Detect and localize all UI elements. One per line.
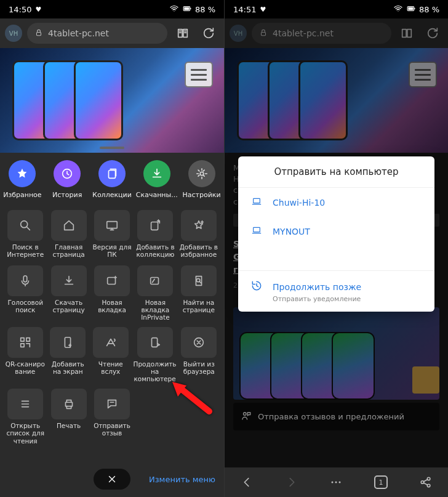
grid-add-homescreen[interactable]: Добавить на экран	[47, 323, 90, 385]
nav-back[interactable]	[234, 470, 259, 495]
svg-rect-16	[20, 344, 24, 347]
sheet-footer: Изменить меню	[0, 465, 224, 493]
battery-icon	[182, 4, 193, 15]
dialog-device-mynout[interactable]: MYNOUT	[238, 217, 434, 246]
download-page-icon	[51, 265, 87, 296]
grid-print[interactable]: Печать	[47, 385, 90, 446]
edit-menu-link[interactable]: Изменить меню	[149, 475, 215, 484]
svg-rect-9	[151, 222, 158, 230]
svg-point-30	[339, 482, 341, 483]
grid-find-web[interactable]: Поиск в Интернете	[4, 206, 47, 262]
star-icon	[9, 160, 36, 187]
svg-rect-2	[190, 7, 191, 9]
grid-find-in-page[interactable]: Найти на странице	[177, 262, 220, 323]
refresh-icon[interactable]	[422, 23, 443, 44]
grid-send-feedback[interactable]: Отправить отзыв	[90, 385, 134, 446]
sheet-handle[interactable]	[100, 147, 124, 149]
browser-bar: VH 4tablet-pc.net	[225, 18, 448, 48]
close-button[interactable]	[94, 469, 130, 490]
status-battery: 88 %	[195, 5, 215, 14]
svg-rect-12	[151, 278, 159, 285]
collection-add-icon	[137, 210, 173, 241]
collections-icon	[98, 160, 126, 187]
svg-rect-15	[26, 338, 30, 342]
svg-point-29	[335, 482, 337, 483]
history-icon	[54, 160, 81, 187]
nav-tabs[interactable]: 1	[369, 470, 393, 495]
gear-icon	[188, 160, 215, 187]
dialog-later-sub: Отправить уведомление	[273, 295, 361, 303]
grid-add-collection[interactable]: Добавить в коллекцию	[134, 206, 177, 262]
heart-icon: ♥	[260, 6, 266, 14]
menu-sheet: Избранное История Коллекции Скачанны... …	[0, 153, 224, 497]
url-text: 4tablet-pc.net	[273, 28, 334, 38]
reader-icon[interactable]	[172, 23, 193, 44]
grid-new-tab[interactable]: Новая вкладка	[90, 262, 134, 323]
status-time: 14:50	[9, 5, 31, 14]
dialog-device-chuwi[interactable]: Chuwi-Hi-10	[238, 188, 434, 217]
grid-qr-scan[interactable]: QR-сканиро вание	[4, 323, 47, 385]
laptop-icon	[250, 225, 263, 237]
continue-pc-icon	[137, 327, 173, 358]
menu-history[interactable]: История	[45, 160, 89, 199]
svg-rect-1	[184, 7, 189, 10]
find-page-icon	[181, 265, 217, 296]
wifi-icon	[169, 4, 179, 15]
dialog-continue-later[interactable]: Продолжить позже Отправить уведомление	[238, 270, 434, 312]
url-text: 4tablet-pc.net	[48, 28, 109, 38]
address-bar[interactable]: 4tablet-pc.net	[252, 23, 391, 44]
close-circle-icon	[181, 327, 217, 358]
avatar[interactable]: VH	[5, 25, 22, 42]
read-aloud-icon	[93, 327, 129, 358]
home-icon	[51, 210, 87, 241]
grid-add-favorite[interactable]: Добавить в избранное	[177, 206, 220, 262]
hero-image	[0, 48, 224, 153]
grid-voice-search[interactable]: Голосовой поиск	[4, 262, 47, 323]
grid-continue-pc[interactable]: Продолжить на компьютере	[132, 323, 178, 385]
svg-rect-26	[254, 198, 260, 203]
mic-icon	[7, 265, 43, 296]
print-icon	[51, 389, 87, 419]
grid-desktop-site[interactable]: Версия для ПК	[90, 206, 134, 262]
site-menu-button[interactable]	[185, 62, 213, 87]
grid-reading-list[interactable]: Открыть список для чтения	[4, 385, 47, 446]
svg-rect-20	[65, 403, 72, 406]
phone-left: 14:50 ♥ 88 % VH 4tablet-pc.net	[0, 0, 224, 497]
inprivate-icon	[137, 265, 173, 296]
lock-icon	[259, 28, 268, 39]
svg-rect-24	[262, 32, 266, 35]
svg-rect-8	[107, 222, 118, 228]
svg-rect-18	[151, 338, 157, 347]
nav-menu[interactable]	[324, 470, 348, 495]
browser-bar: VH 4tablet-pc.net	[0, 18, 224, 48]
nav-share[interactable]	[414, 470, 438, 495]
reader-icon[interactable]	[396, 23, 417, 44]
grid-exit-browser[interactable]: Выйти из браузера	[178, 323, 221, 385]
dialog-title: Отправить на компьютер	[238, 156, 434, 188]
annotation-arrow	[169, 381, 212, 417]
menu-favorites[interactable]: Избранное	[0, 160, 44, 199]
refresh-icon[interactable]	[198, 23, 219, 44]
svg-rect-10	[23, 276, 27, 282]
grid-new-inprivate[interactable]: Новая вкладка InPrivate	[134, 262, 177, 323]
grid-read-aloud[interactable]: Чтение вслух	[89, 323, 132, 385]
grid-download-page[interactable]: Скачать страницу	[47, 262, 90, 323]
bottom-nav: 1	[225, 467, 448, 497]
status-bar: 14:50 ♥ 88 %	[0, 0, 224, 18]
feedback-icon	[94, 389, 130, 419]
address-bar[interactable]: 4tablet-pc.net	[27, 23, 167, 44]
new-tab-icon	[94, 265, 130, 296]
desktop-icon	[94, 210, 130, 241]
list-icon	[7, 389, 43, 419]
search-icon	[7, 210, 43, 241]
menu-downloads[interactable]: Скачанны...	[135, 160, 179, 199]
menu-top-row: Избранное История Коллекции Скачанны... …	[0, 153, 224, 206]
status-time: 14:51	[233, 5, 256, 14]
menu-settings[interactable]: Настройки	[180, 160, 224, 199]
avatar[interactable]: VH	[230, 25, 247, 42]
lock-icon	[34, 28, 43, 39]
status-battery: 88 %	[419, 5, 439, 14]
menu-collections[interactable]: Коллекции	[90, 160, 134, 199]
star-add-icon	[181, 210, 217, 241]
grid-home[interactable]: Главная страница	[47, 206, 90, 262]
